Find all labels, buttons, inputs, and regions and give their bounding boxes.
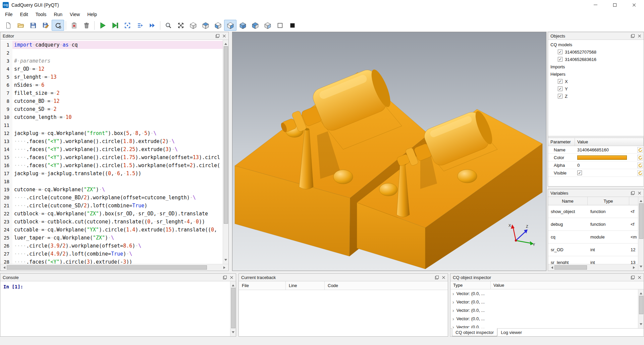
variables-close-icon[interactable] [638, 191, 641, 195]
variable-row-cq[interactable]: cqmodule<m [548, 231, 638, 244]
code-line[interactable]: 20····.circle(cutcone_BD/2).workplane(of… [0, 194, 223, 202]
traceback-header-line[interactable]: Line [286, 281, 325, 290]
render-button[interactable] [96, 20, 109, 31]
close-button[interactable] [625, 0, 644, 10]
tree-item-helpers[interactable]: Helpers [548, 70, 644, 78]
code-line[interactable]: 18 [0, 178, 223, 186]
code-line[interactable]: 15····.faces("<Y").workplane().circle(1.… [0, 153, 223, 161]
scrollbar-thumb[interactable] [639, 203, 643, 239]
tree-item-imports[interactable]: Imports [548, 63, 644, 70]
inspector-header-type[interactable]: Type [450, 281, 491, 289]
code-line[interactable]: 2 [0, 49, 223, 57]
scroll-right-icon[interactable] [633, 266, 636, 269]
traceback-float-icon[interactable] [435, 276, 439, 279]
checkbox[interactable]: ✓ [558, 79, 562, 84]
code-line[interactable]: 19cutcone·=·cq.Workplane("ZX")·\ [0, 186, 223, 194]
view-top-button[interactable] [199, 20, 212, 31]
menu-tools[interactable]: Tools [32, 10, 50, 18]
code-line[interactable]: 12jackplug·=·cq.Workplane("front").box(5… [0, 129, 223, 137]
inspector-row[interactable]: ›Vector: (0.0, ... [450, 289, 638, 298]
traceback-header-file[interactable]: File [239, 281, 286, 290]
debug-button[interactable] [109, 20, 121, 31]
scroll-left-icon[interactable] [550, 266, 553, 269]
variables-horizontal-scrollbar[interactable] [548, 264, 638, 271]
code-line[interactable]: 21····.circle(cutcone_SD/2).loft(combine… [0, 202, 223, 210]
code-line[interactable]: 5sr_lenght·=·13 [0, 73, 223, 81]
editor-float-icon[interactable] [216, 34, 219, 38]
scroll-up-icon[interactable] [640, 291, 642, 294]
save-script-button[interactable] [27, 20, 39, 31]
code-line[interactable]: 23cutblock·=·cutblock.cut(cutcone).trans… [0, 218, 223, 226]
view-shaded-button[interactable] [236, 20, 249, 31]
fit-view-button[interactable] [174, 20, 187, 31]
reset-value-button[interactable] [637, 155, 643, 160]
zoom-to-fit-button[interactable] [162, 20, 174, 31]
maximize-button[interactable] [605, 0, 625, 10]
scroll-up-icon[interactable] [232, 283, 234, 286]
code-line[interactable]: 8cutcone_BD·=·12 [0, 97, 223, 105]
new-script-button[interactable] [2, 20, 14, 31]
console-prompt[interactable]: In [1]: [0, 281, 230, 336]
code-line[interactable]: 22cutblock·=·cq.Workplane("ZX").box(sr_O… [0, 210, 223, 218]
code-line[interactable]: 6nSides·=·6 [0, 81, 223, 89]
objects-float-icon[interactable] [631, 34, 635, 38]
expand-arrow-icon[interactable]: › [452, 316, 454, 322]
console-vertical-scrollbar[interactable] [230, 281, 236, 336]
checkbox[interactable]: ✓ [558, 57, 562, 62]
code-line[interactable]: 9cutcone_SD·=·2 [0, 105, 223, 113]
minimize-button[interactable] [586, 0, 605, 10]
traceback-close-icon[interactable] [442, 276, 445, 279]
delete-objects-button[interactable] [80, 20, 93, 31]
inspector-row[interactable]: ›Vector: (0.0, ... [450, 306, 638, 315]
tree-item-cq-models[interactable]: CQ models [548, 41, 644, 48]
traceback-header-code[interactable]: Code [325, 281, 448, 290]
editor-vertical-scrollbar[interactable] [223, 40, 228, 264]
view-bottom-button[interactable] [261, 20, 274, 31]
variable-row-show_object[interactable]: show_objectfunction<f [548, 205, 638, 218]
inspector-row[interactable]: ›Vector: (0.0, ... [450, 298, 638, 306]
variables-vertical-scrollbar[interactable] [638, 197, 644, 271]
reset-value-button[interactable] [637, 162, 643, 168]
tree-item-3140652707568[interactable]: ✓3140652707568 [548, 48, 644, 56]
scroll-down-icon[interactable] [232, 331, 234, 335]
scroll-down-icon[interactable] [640, 323, 642, 327]
scrollbar-thumb[interactable] [7, 265, 207, 270]
scroll-up-icon[interactable] [224, 42, 227, 45]
view-perspective-button[interactable] [286, 20, 299, 31]
inspector-vertical-scrollbar[interactable] [638, 289, 644, 328]
code-line[interactable]: 28····.faces("<Y").circle(3).extrude(-3)… [0, 258, 223, 264]
scroll-down-icon[interactable] [224, 259, 227, 262]
code-line[interactable]: 7fillet_size·=·2 [0, 89, 223, 97]
view-front-button[interactable] [224, 20, 236, 31]
menu-file[interactable]: File [1, 10, 16, 18]
tree-item-z[interactable]: ✓Z [548, 92, 644, 100]
view-back-button[interactable] [249, 20, 261, 31]
autoreload-button[interactable] [52, 20, 64, 31]
expand-arrow-icon[interactable]: › [452, 308, 454, 313]
console-close-icon[interactable] [230, 276, 233, 279]
code-line[interactable]: 26····.circle(3.9/2).workplane(offset=8.… [0, 242, 223, 250]
code-line[interactable]: 17jackplug·=·jackplug.translate((0,·6,·1… [0, 169, 223, 178]
scroll-up-icon[interactable] [640, 199, 642, 202]
console-float-icon[interactable] [223, 276, 227, 279]
expand-arrow-icon[interactable]: › [452, 291, 454, 296]
inspector-row[interactable]: ›Vector: (0.0, ... [450, 323, 638, 328]
tab-cq-object-inspector[interactable]: CQ object inspector [452, 328, 497, 336]
variables-header-type[interactable]: Type [588, 197, 629, 205]
code-line[interactable]: 25luer_taper·=·cq.Workplane("ZX")·\ [0, 234, 223, 242]
step-through-button[interactable] [133, 20, 146, 31]
code-line[interactable]: 13····.faces("<Y").workplane().circle(1.… [0, 137, 223, 145]
code-line[interactable]: 10cutcone_length·=·10 [0, 113, 223, 121]
tree-item-3140652683616[interactable]: ✓3140652683616 [548, 56, 644, 63]
menu-help[interactable]: Help [84, 10, 101, 18]
view-isometric-button[interactable] [187, 20, 199, 31]
view-left-button[interactable] [212, 20, 224, 31]
scrollbar-thumb[interactable] [554, 265, 587, 270]
view-orthographic-button[interactable] [274, 20, 286, 31]
reset-value-button[interactable] [637, 170, 643, 176]
scroll-left-icon[interactable] [2, 266, 5, 269]
checkbox[interactable]: ✓ [558, 86, 562, 91]
variable-row-debug[interactable]: debugfunction<f [548, 218, 638, 231]
code-editor[interactable]: 1import·cadquery·as·cq23#·parameters4sr_… [0, 40, 223, 264]
inspector-close-icon[interactable] [638, 276, 641, 279]
